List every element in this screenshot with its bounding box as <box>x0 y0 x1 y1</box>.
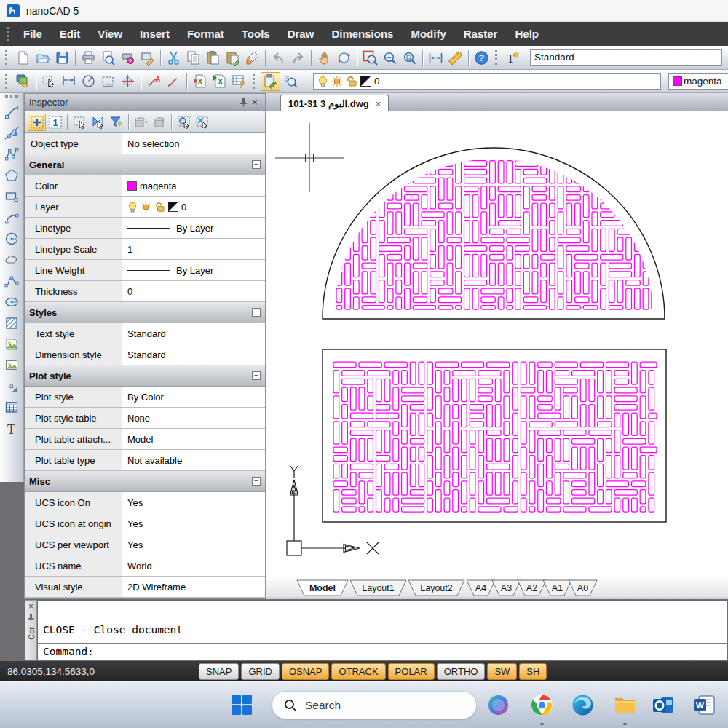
property-value[interactable]: 0 <box>122 281 265 301</box>
property-value[interactable]: By Color <box>122 387 265 407</box>
menu-tools[interactable]: Tools <box>233 22 279 46</box>
property-value[interactable]: Yes <box>122 492 265 513</box>
layout-tab-layout2[interactable]: Layout2 <box>408 580 464 596</box>
property-value[interactable]: By Layer <box>122 218 265 238</box>
section-header-plot-style[interactable]: Plot style− <box>25 365 265 387</box>
cloud-icon[interactable] <box>1 249 22 270</box>
print-preview-icon[interactable] <box>98 48 118 67</box>
table-lightning-icon[interactable] <box>229 72 249 91</box>
windows-start-icon[interactable] <box>232 695 252 715</box>
menu-draw[interactable]: Draw <box>279 22 323 46</box>
model-canvas[interactable] <box>266 111 728 579</box>
save-icon[interactable] <box>52 48 72 67</box>
select-rectangle-icon[interactable] <box>71 114 89 131</box>
taskbar-search[interactable]: Search <box>272 691 477 719</box>
status-toggle-osnap[interactable]: OSNAP <box>282 663 330 680</box>
section-header-misc[interactable]: Misc− <box>25 471 265 492</box>
rectangle-icon[interactable] <box>1 186 22 207</box>
layout-tab-a1[interactable]: A1 <box>543 580 571 596</box>
property-value[interactable]: magenta <box>122 175 265 196</box>
status-toggle-grid[interactable]: GRID <box>241 663 280 680</box>
status-toggle-otrack[interactable]: OTRACK <box>331 663 385 680</box>
ruler-icon[interactable] <box>446 48 465 67</box>
word-icon[interactable]: W <box>693 694 716 716</box>
select-circle-icon[interactable] <box>175 114 193 131</box>
orbit-icon[interactable] <box>334 48 354 67</box>
text-style-combo[interactable]: Standard <box>530 49 722 66</box>
toolbar-grip[interactable] <box>5 74 9 89</box>
excel-export-icon[interactable]: X <box>210 72 229 91</box>
text-icon[interactable]: T <box>1 418 22 439</box>
text-style-icon[interactable]: T <box>503 48 523 67</box>
toolbar-grip[interactable] <box>495 50 499 65</box>
apply-properties-icon[interactable] <box>150 114 168 131</box>
menu-format[interactable]: Format <box>178 22 233 46</box>
collapse-icon[interactable]: − <box>252 160 261 169</box>
notes-icon[interactable] <box>261 72 280 91</box>
inspector-header[interactable]: Inspector × <box>25 94 265 111</box>
status-toggle-polar[interactable]: POLAR <box>388 663 435 680</box>
copy-icon[interactable] <box>183 48 203 67</box>
property-value[interactable]: Yes <box>122 534 265 555</box>
new-file-icon[interactable] <box>13 48 33 67</box>
leader-icon[interactable] <box>164 72 183 91</box>
dim-radius-icon[interactable] <box>79 72 98 91</box>
command-history[interactable]: CLOSE - Close document OPEN - Open docum… <box>38 601 727 643</box>
property-value[interactable]: Standard <box>122 344 265 365</box>
dim-linear-icon[interactable] <box>59 72 79 91</box>
status-toggle-sh[interactable]: SH <box>519 663 547 680</box>
clear-selection-icon[interactable] <box>193 114 211 131</box>
menu-insert[interactable]: Insert <box>131 22 178 46</box>
invert-selection-icon[interactable] <box>89 114 107 131</box>
toolbar-grip[interactable] <box>5 95 18 100</box>
cut-icon[interactable] <box>164 48 183 67</box>
region-icon[interactable] <box>1 333 22 355</box>
section-header-styles[interactable]: Styles− <box>25 302 265 323</box>
table-icon[interactable] <box>1 397 22 418</box>
find-layer-icon[interactable] <box>280 72 300 91</box>
section-header-general[interactable]: General− <box>25 154 265 175</box>
menu-view[interactable]: View <box>89 22 131 46</box>
command-input-line[interactable]: Command: <box>38 643 727 660</box>
layer-combo[interactable]: 0 <box>313 73 661 90</box>
arc-icon[interactable] <box>1 207 22 228</box>
edge-icon[interactable] <box>571 694 594 716</box>
leader-text-icon[interactable]: A <box>144 72 164 91</box>
dim-center-icon[interactable] <box>118 72 138 91</box>
polygon-icon[interactable] <box>1 165 22 186</box>
copilot-icon[interactable] <box>487 694 510 716</box>
quick-select-icon[interactable] <box>39 72 59 91</box>
toolbar-grip[interactable] <box>7 27 11 41</box>
paste-special-icon[interactable] <box>223 48 242 67</box>
distance-icon[interactable] <box>426 48 446 67</box>
menu-help[interactable]: Help <box>506 22 547 46</box>
zoom-dynamic-icon[interactable] <box>380 48 400 67</box>
help-icon[interactable]: ? <box>472 48 491 67</box>
hatch-icon[interactable] <box>1 312 22 333</box>
circle-icon[interactable] <box>1 228 22 249</box>
spline-icon[interactable] <box>1 270 22 291</box>
add-to-selection-icon[interactable] <box>28 114 46 131</box>
collapse-icon[interactable]: − <box>252 477 261 486</box>
close-icon[interactable]: × <box>249 97 261 108</box>
format-painter-icon[interactable] <box>242 48 262 67</box>
layers-palette-icon[interactable] <box>13 72 33 91</box>
property-value[interactable]: World <box>122 555 265 576</box>
menu-dimensions[interactable]: Dimensions <box>323 22 402 46</box>
file-explorer-icon[interactable] <box>614 694 636 716</box>
polyline-icon[interactable] <box>1 143 22 165</box>
close-document-icon[interactable]: × <box>376 98 381 109</box>
menu-file[interactable]: File <box>15 22 51 46</box>
layout-tab-a2[interactable]: A2 <box>518 580 546 596</box>
pan-icon[interactable] <box>314 48 334 67</box>
paste-icon[interactable] <box>203 48 223 67</box>
toolbar-grip[interactable] <box>253 74 257 89</box>
property-value[interactable]: 1 <box>122 239 265 259</box>
collapse-icon[interactable]: − <box>252 308 261 317</box>
filter-icon[interactable] <box>107 114 125 131</box>
document-tab[interactable]: 101-31 3 البوم.dwg × <box>280 95 389 111</box>
outlook-icon[interactable] <box>652 694 675 716</box>
chrome-icon[interactable] <box>531 694 553 716</box>
open-file-icon[interactable] <box>33 48 52 67</box>
layout-tab-a3[interactable]: A3 <box>492 580 521 596</box>
